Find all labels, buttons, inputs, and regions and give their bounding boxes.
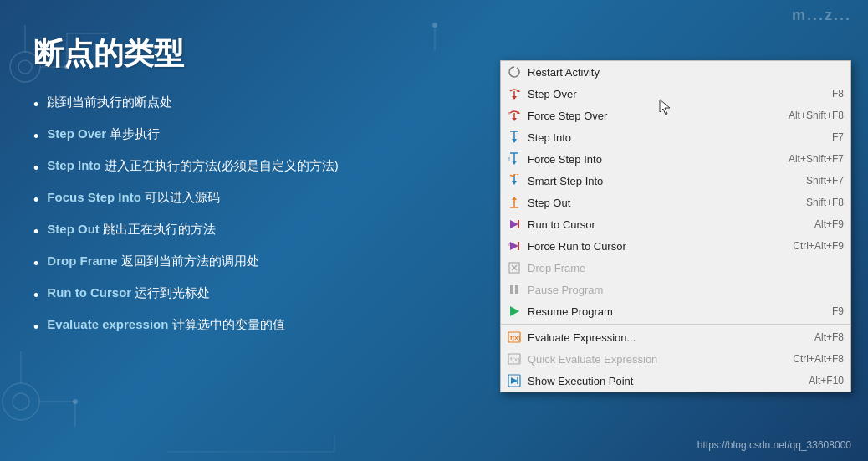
force-step-over-icon: ! (506, 107, 523, 124)
menu-shortcut: Ctrl+Alt+F9 (793, 240, 844, 252)
svg-marker-35 (512, 197, 517, 200)
menu-item-step-out[interactable]: Step Out Shift+F8 (501, 192, 850, 213)
menu-label: Drop Frame (528, 262, 827, 274)
menu-label: Evaluate Expression... (528, 331, 798, 344)
svg-marker-47 (510, 306, 519, 316)
bullet-dot: • (33, 94, 38, 116)
menu-label: Show Execution Point (528, 375, 792, 387)
menu-label: Run to Cursor (528, 218, 798, 231)
bullet-text: Drop Frame 返回到当前方法的调用处 (47, 252, 258, 271)
menu-label: Step Into (528, 131, 815, 144)
evaluate-icon: f(x) (506, 329, 523, 346)
svg-rect-45 (510, 285, 513, 294)
menu-label: Step Out (528, 197, 789, 209)
menu-item-resume-program[interactable]: Resume Program F9 (501, 300, 850, 322)
list-item: • Step Over 单步执行 (33, 125, 468, 148)
step-into-icon (506, 129, 523, 146)
menu-shortcut: F8 (832, 88, 844, 100)
run-to-cursor-icon (506, 216, 523, 233)
menu-shortcut: F9 (832, 305, 844, 317)
list-item: • Step Out 跳出正在执行的方法 (33, 220, 468, 243)
menu-item-force-run-to-cursor[interactable]: ! Force Run to Cursor Ctrl+Alt+F9 (501, 235, 850, 257)
svg-text:f(x): f(x) (510, 356, 520, 363)
menu-label: Force Run to Cursor (528, 240, 776, 253)
bullet-text: Run to Cursor 运行到光标处 (47, 284, 210, 303)
svg-text:f(x): f(x) (510, 334, 521, 341)
quick-evaluate-icon: f(x) (506, 351, 523, 367)
menu-shortcut: Alt+F8 (814, 331, 844, 343)
svg-marker-33 (512, 181, 517, 185)
list-item: • Evaluate expression 计算选中的变量的值 (33, 315, 468, 339)
menu-item-force-step-over[interactable]: ! Force Step Over Alt+Shift+F8 (501, 105, 850, 126)
svg-text:!: ! (508, 242, 510, 247)
svg-marker-37 (510, 220, 518, 228)
slide-title: 断点的类型 (33, 33, 468, 74)
restart-icon (506, 64, 523, 80)
menu-item-smart-step-into[interactable]: Smart Step Into Shift+F7 (501, 170, 850, 192)
smart-step-into-icon (506, 172, 523, 189)
watermark: m...z... (792, 7, 851, 24)
menu-label: Force Step Into (528, 153, 772, 166)
context-menu[interactable]: Restart Activity Step Over F8 ! For (500, 60, 851, 392)
menu-label: Resume Program (528, 305, 815, 318)
menu-shortcut: Shift+F8 (806, 197, 844, 208)
bullet-dot: • (33, 189, 38, 212)
menu-item-show-execution-point[interactable]: Show Execution Point Alt+F10 (501, 370, 850, 392)
bullet-text: Step Into 进入正在执行的方法(必须是自定义的方法) (47, 156, 338, 176)
bullet-dot: • (33, 125, 38, 148)
list-item: • Step Into 进入正在执行的方法(必须是自定义的方法) (33, 156, 468, 180)
svg-marker-53 (511, 377, 518, 384)
csdn-url: https://blog.csdn.net/qq_33608000 (697, 439, 851, 451)
show-execution-icon (506, 372, 523, 389)
svg-marker-23 (512, 118, 517, 121)
menu-item-step-into[interactable]: Step Into F7 (501, 126, 850, 148)
menu-shortcut: Shift+F7 (806, 175, 844, 187)
menu-shortcut: Alt+Shift+F7 (789, 153, 844, 165)
bullet-text: Evaluate expression 计算选中的变量的值 (47, 315, 284, 335)
svg-marker-39 (510, 242, 518, 250)
bullet-list: • 跳到当前执行的断点处 • Step Over 单步执行 • Step Int… (33, 93, 468, 339)
menu-item-pause-program: Pause Program (501, 279, 850, 300)
drop-frame-icon (506, 259, 523, 276)
menu-label: Quick Evaluate Expression (528, 353, 776, 366)
list-item: • 跳到当前执行的断点处 (33, 93, 468, 116)
bullet-text: Step Over 单步执行 (47, 125, 160, 144)
svg-marker-17 (516, 67, 519, 69)
menu-shortcut: Ctrl+Alt+F8 (793, 353, 844, 365)
list-item: • Drop Frame 返回到当前方法的调用处 (33, 252, 468, 275)
menu-label: Smart Step Into (528, 175, 789, 187)
menu-label: Restart Activity (528, 66, 827, 79)
resume-icon (506, 303, 523, 320)
menu-item-restart[interactable]: Restart Activity (501, 61, 850, 83)
svg-marker-26 (512, 139, 517, 143)
bullet-text: Focus Step Into 可以进入源码 (47, 188, 220, 207)
bullet-dot: • (33, 284, 38, 307)
step-out-icon (506, 194, 523, 211)
menu-item-step-over[interactable]: Step Over F8 (501, 83, 850, 105)
pause-icon (506, 281, 523, 298)
menu-shortcut: Alt+F10 (809, 375, 844, 387)
menu-separator (501, 324, 850, 325)
menu-item-quick-evaluate: f(x) Quick Evaluate Expression Ctrl+Alt+… (501, 348, 850, 370)
menu-label: Pause Program (528, 284, 827, 296)
menu-label: Step Over (528, 88, 815, 100)
svg-text:!: ! (508, 111, 510, 116)
svg-marker-20 (512, 96, 517, 100)
menu-shortcut: Alt+Shift+F8 (789, 110, 844, 121)
menu-shortcut: F7 (832, 131, 844, 143)
list-item: • Run to Cursor 运行到光标处 (33, 284, 468, 307)
bullet-dot: • (33, 316, 38, 339)
menu-label: Force Step Over (528, 110, 772, 122)
left-panel: 断点的类型 • 跳到当前执行的断点处 • Step Over 单步执行 • St… (33, 33, 468, 339)
menu-item-run-to-cursor[interactable]: Run to Cursor Alt+F9 (501, 213, 850, 235)
menu-shortcut: Alt+F9 (814, 218, 844, 230)
svg-marker-29 (512, 161, 517, 165)
menu-item-evaluate-expression[interactable]: f(x) Evaluate Expression... Alt+F8 (501, 326, 850, 348)
bullet-dot: • (33, 253, 38, 275)
bullet-text: 跳到当前执行的断点处 (47, 93, 172, 112)
list-item: • Focus Step Into 可以进入源码 (33, 188, 468, 212)
menu-item-force-step-into[interactable]: ! Force Step Into Alt+Shift+F7 (501, 148, 850, 170)
svg-rect-46 (515, 285, 518, 294)
bullet-dot: • (33, 157, 38, 180)
menu-item-drop-frame: Drop Frame (501, 257, 850, 279)
